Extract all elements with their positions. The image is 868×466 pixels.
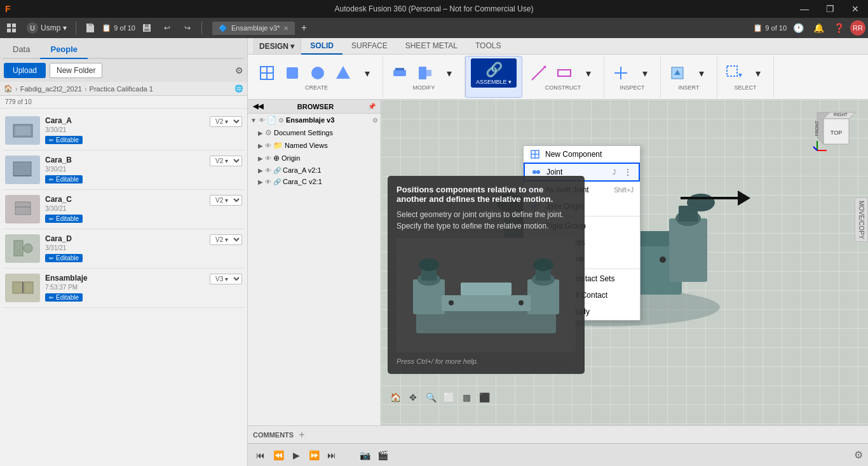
browser-item-cara-c[interactable]: ▶ 👁 🔗 Cara_C v2:1 (248, 176, 381, 187)
move-copy-button[interactable]: MOVE/COPY (855, 197, 868, 243)
settings-icon[interactable]: ⚙ (235, 65, 243, 76)
tab-data[interactable]: Data (3, 41, 40, 59)
nav-grid-icon[interactable]: ▦ (459, 390, 474, 405)
playback-end-icon[interactable]: ⏭ (324, 448, 339, 463)
eye-icon[interactable]: 👁 (265, 178, 271, 185)
create-btn-1[interactable] (255, 63, 278, 83)
list-item[interactable]: Cara_A 3/30/21 ✏ Editable V2 ▾ (3, 111, 245, 150)
user-avatar-right[interactable]: RR (850, 20, 865, 36)
eye-icon[interactable]: 👁 (259, 117, 265, 124)
create-btn-4[interactable] (332, 63, 355, 83)
version-select[interactable]: V2 ▾ (210, 156, 242, 166)
playback-start-icon[interactable]: ⏮ (253, 448, 268, 463)
browser-item-document-settings[interactable]: ▶ ⚙ Document Settings (248, 126, 381, 139)
nav-zoom-icon[interactable]: 🔍 (423, 390, 438, 405)
construct-btn-1[interactable] (527, 63, 550, 83)
browser-collapse-icon[interactable]: ◀◀ (253, 102, 263, 110)
playback-settings-icon[interactable]: ⚙ (854, 449, 863, 461)
playback-camera-icon[interactable]: 📷 (357, 448, 372, 463)
file-badge[interactable]: ✏ Editable (45, 136, 83, 144)
select-btn-1[interactable] (722, 63, 745, 83)
tab-surface[interactable]: SURFACE (342, 38, 397, 55)
close-button[interactable]: ✕ (843, 0, 868, 18)
file-badge[interactable]: ✏ Editable (45, 175, 83, 183)
breadcrumb-folder-2[interactable]: Practica Calificada 1 (90, 85, 153, 93)
new-tab-icon[interactable]: + (295, 19, 313, 37)
tab-tools[interactable]: TOOLS (466, 38, 510, 55)
restore-button[interactable]: ❐ (817, 0, 843, 18)
construct-btn-2[interactable] (553, 63, 576, 83)
view-cube[interactable]: TOP FRONT RIGHT (811, 106, 862, 157)
design-dropdown[interactable]: DESIGN ▾ (253, 38, 301, 54)
tab-solid[interactable]: SOLID (301, 38, 342, 55)
browser-item-named-views[interactable]: ▶ 👁 📁 Named Views (248, 139, 381, 152)
nav-display-icon[interactable]: ⬛ (477, 390, 492, 405)
browser-pin-icon[interactable]: 📌 (368, 103, 376, 110)
gear-icon-small[interactable]: ⚙ (278, 117, 284, 124)
breadcrumb-globe-icon[interactable]: 🌐 (234, 84, 243, 93)
minimize-button[interactable]: — (792, 0, 817, 18)
eye-icon[interactable]: 👁 (265, 167, 271, 174)
user-menu[interactable]: U Usmp ▾ (23, 21, 71, 35)
modify-btn-1[interactable] (388, 63, 411, 83)
undo-icon[interactable]: ↩ (158, 19, 176, 37)
playback-prev-icon[interactable]: ⏪ (271, 448, 286, 463)
insert-dropdown[interactable]: ▾ (691, 66, 712, 81)
file-icon[interactable] (81, 19, 99, 37)
nav-pan-icon[interactable]: ✥ (405, 390, 421, 405)
inspect-dropdown[interactable]: ▾ (635, 66, 655, 81)
svg-point-66 (519, 300, 524, 305)
breadcrumb-home-icon[interactable]: 🏠 (4, 84, 13, 93)
version-select[interactable]: V2 ▾ (210, 116, 242, 127)
app-grid-icon[interactable] (3, 19, 20, 37)
create-dropdown[interactable]: ▾ (357, 66, 377, 81)
save-icon[interactable] (138, 19, 156, 37)
create-btn-2[interactable] (281, 63, 304, 83)
create-btn-3[interactable] (306, 63, 329, 83)
file-badge[interactable]: ✏ Editable (45, 254, 83, 262)
expand-arrow-icon: ▼ (250, 117, 257, 124)
tab-close-icon[interactable]: ✕ (283, 25, 288, 32)
playback-next-icon[interactable]: ⏩ (306, 448, 322, 463)
history-icon[interactable]: 🕐 (789, 19, 807, 37)
insert-btn-1[interactable] (666, 63, 689, 83)
breadcrumb-folder-1[interactable]: Fabdig_ac2t2_2021 (20, 85, 82, 93)
file-badge[interactable]: ✏ Editable (45, 215, 83, 223)
version-select[interactable]: V3 ▾ (210, 274, 242, 284)
new-folder-button[interactable]: New Folder (50, 63, 102, 78)
eye-icon[interactable]: 👁 (265, 142, 271, 149)
list-item[interactable]: Cara_C 3/30/21 ✏ Editable V2 ▾ (3, 190, 245, 229)
browser-item-origin[interactable]: ▶ 👁 ⊕ Origin (248, 152, 381, 164)
assemble-main-btn[interactable]: 🔗 ASSEMBLE ▾ (471, 58, 517, 88)
inspect-btn-1[interactable] (609, 63, 632, 83)
joint-more-icon[interactable]: ⋮ (623, 167, 632, 177)
upload-button[interactable]: Upload (4, 63, 46, 78)
nav-home-icon[interactable]: 🏠 (388, 390, 403, 405)
file-badge[interactable]: ✏ Editable (45, 293, 83, 302)
help-icon[interactable]: ❓ (830, 19, 848, 37)
modify-btn-2[interactable] (414, 63, 437, 83)
add-comment-icon[interactable]: + (299, 429, 304, 441)
tab-people[interactable]: People (40, 41, 88, 59)
file-tab[interactable]: 🔷 Ensamblaje v3* ✕ (212, 22, 295, 35)
playback-play-icon[interactable]: ▶ (288, 448, 304, 463)
construct-dropdown[interactable]: ▾ (578, 66, 599, 81)
list-item[interactable]: Ensamblaje 7:53:37 PM ✏ Editable V3 ▾ (3, 269, 245, 308)
browser-item-ensamblaje[interactable]: ▼ 👁 📄 ⚙ Ensamblaje v3 ⚙ (248, 114, 381, 126)
tab-sheet-metal[interactable]: SHEET METAL (397, 38, 466, 55)
select-dropdown[interactable]: ▾ (748, 66, 768, 81)
menu-item-new-component[interactable]: New Component (524, 146, 640, 163)
modify-dropdown[interactable]: ▾ (439, 66, 459, 81)
nav-fit-icon[interactable]: ⬜ (441, 390, 456, 405)
notification-icon[interactable]: 🔔 (810, 19, 827, 37)
version-select[interactable]: V2 ▾ (210, 195, 242, 206)
list-item[interactable]: Cara_D 3/31/21 ✏ Editable V2 ▾ (3, 229, 245, 269)
eye-icon[interactable]: 👁 (265, 155, 271, 162)
redo-icon[interactable]: ↪ (179, 19, 196, 37)
browser-item-cara-a[interactable]: ▶ 👁 🔗 Cara_A v2:1 (248, 164, 381, 176)
settings-small-icon[interactable]: ⚙ (372, 117, 378, 124)
playback-video-icon[interactable]: 🎬 (375, 448, 390, 463)
version-select[interactable]: V2 ▾ (210, 234, 242, 245)
create-icon-3 (309, 64, 327, 82)
list-item[interactable]: Cara_B 3/30/21 ✏ Editable V2 ▾ (3, 150, 245, 190)
